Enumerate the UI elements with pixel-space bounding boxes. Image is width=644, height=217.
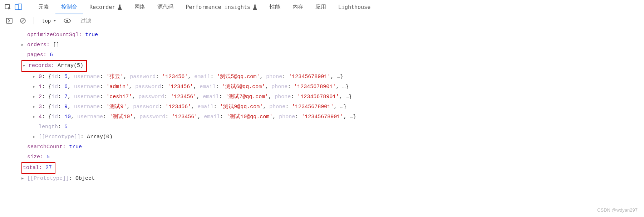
- tab-network[interactable]: 网络: [129, 0, 151, 14]
- tab-recorder-label: Recorder: [89, 4, 115, 10]
- clear-console-icon[interactable]: [18, 16, 28, 26]
- tab-console[interactable]: 控制台: [55, 0, 83, 14]
- live-expression-icon[interactable]: [62, 16, 72, 26]
- prop-length[interactable]: length: 5: [7, 122, 644, 132]
- tab-application[interactable]: 应用: [310, 0, 332, 14]
- svg-rect-2: [18, 4, 22, 9]
- expand-arrow-icon[interactable]: ▶: [33, 92, 38, 102]
- tab-sources[interactable]: 源代码: [152, 0, 179, 14]
- svg-line-5: [21, 19, 25, 22]
- prop-optimizeCountSql[interactable]: optimizeCountSql: true: [7, 30, 644, 40]
- expand-arrow-icon[interactable]: ▶: [33, 72, 38, 82]
- collapse-arrow-icon[interactable]: ▼: [23, 61, 28, 71]
- tab-perf-insights-label: Performance insights: [186, 4, 250, 10]
- tab-elements[interactable]: 元素: [33, 0, 55, 14]
- divider: [34, 17, 34, 24]
- flask-icon: [117, 4, 122, 10]
- tab-recorder[interactable]: Recorder: [84, 0, 128, 14]
- chevron-down-icon: [53, 19, 56, 22]
- prop-size[interactable]: size: 5: [7, 152, 644, 162]
- expand-arrow-icon[interactable]: ▶: [21, 174, 26, 184]
- prop-pages[interactable]: pages: 6: [7, 50, 644, 60]
- tab-memory[interactable]: 内存: [287, 0, 309, 14]
- prop-records[interactable]: ▼records: Array(5): [7, 60, 644, 72]
- expand-arrow-icon[interactable]: ▶: [21, 40, 26, 50]
- record-row[interactable]: ▶0: {id: 5, username: '张云', password: '1…: [7, 72, 644, 82]
- console-toolbar: top: [0, 14, 644, 27]
- flask-icon: [252, 4, 257, 10]
- context-selector[interactable]: top: [40, 17, 59, 24]
- expand-arrow-icon[interactable]: ▶: [33, 132, 38, 142]
- prop-orders[interactable]: ▶orders: []: [7, 40, 644, 50]
- prop-array-prototype[interactable]: ▶[[Prototype]]: Array(0): [7, 132, 644, 142]
- prop-total[interactable]: total: 27: [7, 162, 644, 174]
- record-row[interactable]: ▶1: {id: 6, username: 'admin', password:…: [7, 82, 644, 92]
- record-row[interactable]: ▶4: {id: 10, username: '测试10', password:…: [7, 112, 644, 122]
- prop-object-prototype[interactable]: ▶[[Prototype]]: Object: [7, 174, 644, 184]
- records-list: ▶0: {id: 5, username: '张云', password: '1…: [7, 72, 644, 122]
- devtools-tabbar: 元素 控制台 Recorder 网络 源代码 Performance insig…: [0, 0, 644, 14]
- sidebar-toggle-icon[interactable]: [4, 16, 14, 26]
- expand-arrow-icon[interactable]: ▶: [33, 82, 38, 92]
- tab-performance[interactable]: 性能: [264, 0, 286, 14]
- filter-input[interactable]: [76, 14, 640, 27]
- inspect-icon[interactable]: [3, 2, 13, 12]
- expand-arrow-icon[interactable]: ▶: [33, 112, 38, 122]
- svg-point-7: [66, 20, 68, 22]
- divider: [28, 3, 28, 11]
- prop-searchCount[interactable]: searchCount: true: [7, 142, 644, 152]
- context-label: top: [42, 18, 51, 24]
- tab-lighthouse[interactable]: Lighthouse: [333, 0, 376, 14]
- tab-performance-insights[interactable]: Performance insights: [180, 0, 263, 14]
- watermark: CSDN @wdyan297: [597, 207, 638, 213]
- device-toggle-icon[interactable]: [14, 2, 24, 12]
- record-row[interactable]: ▶2: {id: 7, username: 'ceshi7', password…: [7, 92, 644, 102]
- console-output: optimizeCountSql: true ▶orders: [] pages…: [0, 27, 644, 192]
- record-row[interactable]: ▶3: {id: 9, username: '测试9', password: '…: [7, 102, 644, 112]
- expand-arrow-icon[interactable]: ▶: [33, 102, 38, 112]
